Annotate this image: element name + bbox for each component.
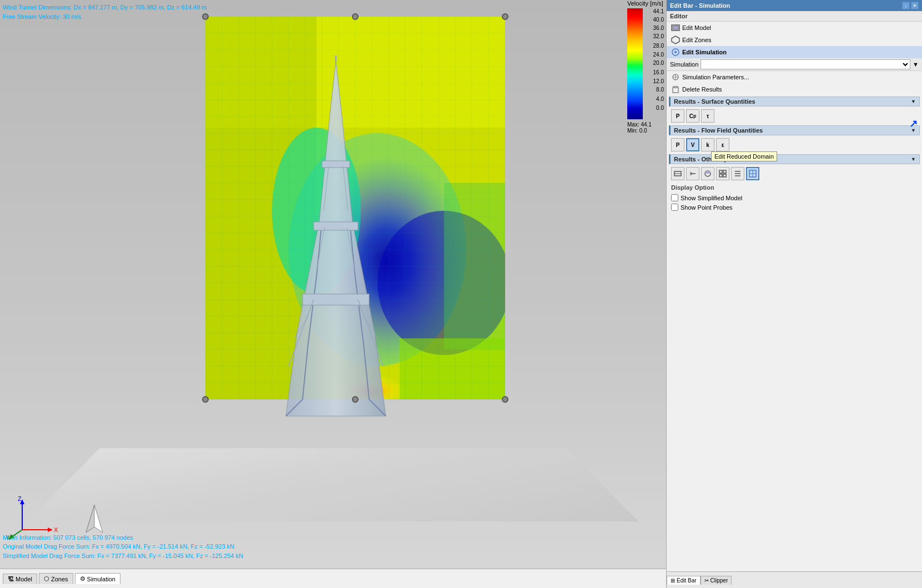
other-options-label: Results - Other Options — [674, 156, 742, 163]
surface-tau-btn[interactable]: τ — [701, 109, 714, 123]
editbar-icon: ⊞ — [671, 577, 675, 584]
edit-bar-tab[interactable]: ⊞ Edit Bar — [667, 576, 701, 585]
show-point-probes-label: Show Point Probes — [681, 204, 733, 211]
handle-top-left[interactable] — [202, 13, 209, 20]
legend-max: Max: 44.1 — [627, 121, 666, 128]
surface-cp-btn[interactable]: Cp — [686, 109, 699, 123]
display-options: Display Option Show Simplified Model Sho… — [667, 182, 922, 214]
other-opt5-btn[interactable] — [731, 167, 744, 180]
handle-bottom-center[interactable] — [352, 396, 359, 403]
svg-rect-76 — [673, 26, 678, 29]
edit-model-item[interactable]: Edit Model — [667, 22, 922, 34]
zones-icon: ⬡ — [44, 575, 49, 582]
tick-320: 32.0 — [653, 33, 664, 39]
edit-simulation-icon — [671, 48, 680, 57]
svg-text:X: X — [54, 526, 58, 533]
other-opt6-btn[interactable] — [746, 167, 759, 180]
simulation-params-label: Simulation Parameters... — [682, 74, 749, 80]
svg-rect-92 — [723, 170, 726, 173]
right-panel: Edit Bar - Simulation ↓ × Editor Edit Mo… — [666, 0, 922, 588]
flow-field-buttons: P V k ε — [667, 136, 922, 153]
edit-model-label: Edit Model — [682, 24, 711, 31]
edit-zones-item[interactable]: Edit Zones — [667, 34, 922, 46]
surface-quantities-label: Results - Surface Quantities — [674, 98, 755, 105]
other-opt2-btn[interactable] — [686, 167, 699, 180]
floor-plane — [28, 448, 638, 521]
simulation-row: Simulation ▼ — [667, 58, 922, 71]
pin-button[interactable]: ↓ — [902, 2, 910, 9]
simulation-label: Simulation — [670, 61, 698, 68]
svg-marker-74 — [86, 505, 94, 533]
tick-00: 0.0 — [656, 105, 664, 111]
other-options-arrow: ▼ — [911, 156, 916, 162]
delete-results-icon — [671, 85, 680, 94]
delete-results-item[interactable]: Delete Results — [667, 83, 922, 95]
mesh-info: Mesh Information: 507 073 cells, 570 974… — [3, 533, 243, 543]
other-options-header[interactable]: Results - Other Options ▼ — [669, 154, 920, 164]
other-opt1-btn[interactable] — [671, 167, 684, 180]
tick-240: 24.0 — [653, 52, 664, 58]
flow-velocity-btn[interactable]: V — [686, 138, 699, 151]
simulation-parameters-item[interactable]: Simulation Parameters... — [667, 71, 922, 83]
surface-pressure-btn[interactable]: P — [671, 109, 684, 123]
other-opt4-btn[interactable] — [716, 167, 729, 180]
flow-field-header[interactable]: Results - Flow Field Quantities ▼ — [669, 125, 920, 135]
simulation-select[interactable] — [701, 59, 910, 69]
legend-min: Min: 0.0 — [627, 128, 666, 134]
drag-simplified: Simplified Model Drag Force Sum: Fx = 73… — [3, 551, 243, 561]
surface-quantities-header[interactable]: Results - Surface Quantities ▼ — [669, 97, 920, 107]
simulation-params-icon — [671, 73, 680, 82]
flow-pressure-btn[interactable]: P — [671, 138, 684, 151]
free-stream-velocity: Free Stream Velocity: 30 m/s — [3, 12, 207, 22]
velocity-colorbar — [627, 8, 643, 119]
svg-point-79 — [674, 51, 677, 53]
svg-rect-83 — [673, 88, 678, 93]
tick-200: 20.0 — [653, 60, 664, 66]
model-icon: 🏗 — [8, 576, 14, 582]
main-viewport: Wind Tunnel Dimensions: Dx = 847.177 m, … — [0, 0, 666, 588]
edit-zones-label: Edit Zones — [682, 37, 712, 43]
right-panel-bottom-tabs: ⊞ Edit Bar ✂ Clipper — [667, 571, 922, 588]
svg-text:Z: Z — [18, 496, 22, 502]
tick-280: 28.0 — [653, 43, 664, 49]
bottom-info: Mesh Information: 507 073 cells, 570 974… — [3, 533, 243, 561]
tab-simulation[interactable]: ⚙ Simulation — [75, 573, 120, 584]
velocity-legend-header: Velocity [m/s] 44.1 40.0 36.0 32.0 28.0 … — [627, 0, 666, 134]
flow-epsilon-btn[interactable]: ε — [716, 138, 729, 151]
tab-model[interactable]: 🏗 Model — [3, 574, 37, 584]
other-options-buttons: Edit Reduced Domain — [667, 165, 922, 182]
other-opt3-btn[interactable] — [701, 167, 714, 180]
handle-bottom-left[interactable] — [202, 396, 209, 403]
tick-80: 8.0 — [656, 87, 664, 93]
edit-bar-title: Edit Bar - Simulation — [670, 2, 730, 9]
svg-rect-54 — [322, 161, 350, 168]
show-point-probes-checkbox[interactable] — [671, 204, 678, 211]
simulation-icon: ⚙ — [80, 575, 85, 582]
clipper-tab[interactable]: ✂ Clipper — [701, 576, 732, 585]
svg-marker-68 — [48, 528, 53, 532]
velocity-title: Velocity [m/s] — [627, 0, 666, 7]
handle-top-right[interactable] — [502, 13, 508, 20]
surface-quantities-arrow: ▼ — [911, 99, 916, 104]
legend-max-min: Max: 44.1 Min: 0.0 — [627, 121, 666, 134]
flow-k-btn[interactable]: k — [701, 138, 714, 151]
handle-bottom-right[interactable] — [502, 396, 508, 403]
edit-simulation-item[interactable]: Edit Simulation — [667, 46, 922, 58]
tick-120: 12.0 — [653, 78, 664, 84]
close-button[interactable]: × — [911, 2, 919, 9]
svg-marker-77 — [672, 36, 679, 44]
tab-zones[interactable]: ⬡ Zones — [39, 573, 73, 584]
delete-results-label: Delete Results — [682, 86, 722, 93]
tick-400: 40.0 — [653, 17, 664, 23]
display-option-title: Display Option — [671, 184, 714, 191]
svg-rect-53 — [314, 222, 358, 230]
svg-rect-91 — [719, 170, 722, 173]
panel-spacer — [667, 214, 922, 571]
show-simplified-label: Show Simplified Model — [681, 195, 742, 201]
handle-top-center[interactable] — [352, 13, 359, 20]
clipper-icon: ✂ — [704, 577, 709, 584]
tick-441: 44.1 — [653, 8, 664, 14]
drag-original: Original Model Drag Force Sum: Fx = 4970… — [3, 542, 243, 551]
show-simplified-checkbox[interactable] — [671, 194, 678, 201]
tick-40: 4.0 — [656, 96, 664, 102]
